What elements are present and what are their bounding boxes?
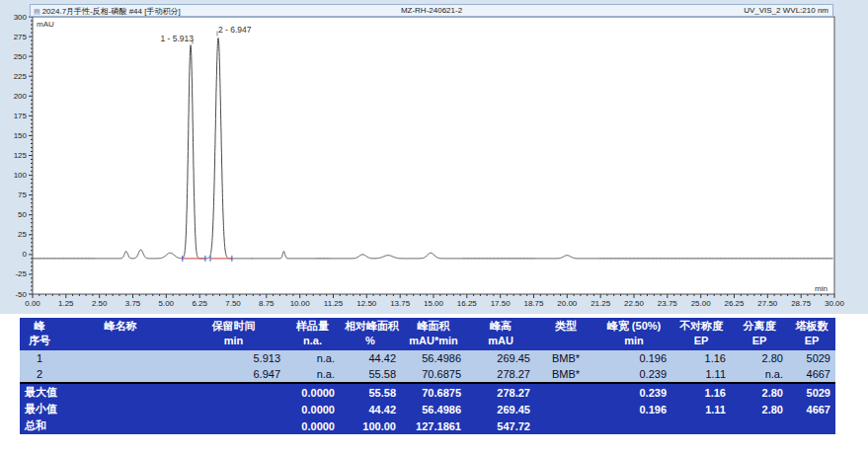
integration-results-section: 峰序号峰名称 保留时间min样品量n.a.相对峰面积%峰面积mAU*min峰高m… xyxy=(20,318,835,434)
table-cell: 0.196 xyxy=(596,350,671,366)
table-cell: 56.4986 xyxy=(401,401,466,417)
table-cell: 269.45 xyxy=(466,350,535,366)
table-cell: 1.11 xyxy=(671,366,731,383)
table-cell xyxy=(788,417,835,434)
detector-channel: UV_VIS_2 WVL:210 nm xyxy=(744,6,829,15)
y-tick-label: -25 xyxy=(15,269,27,278)
chromatogram-header-strip: ▤2024.7月手性-反相-磷酸 #44 [手动积分] MZ-RH-240621… xyxy=(30,4,833,17)
x-tick-label: 8.75 xyxy=(259,299,275,308)
table-cell xyxy=(671,417,731,434)
table-cell xyxy=(182,401,285,417)
table-cell: 269.45 xyxy=(466,401,535,417)
table-cell: BMB* xyxy=(535,366,596,383)
x-tick-label: 25.00 xyxy=(691,299,712,308)
x-tick-label: 30.00 xyxy=(825,299,845,308)
x-tick-label: 6.25 xyxy=(192,299,207,308)
table-cell: n.a. xyxy=(731,366,788,383)
summary-row: 总和0.0000100.00127.1861547.72 xyxy=(20,417,835,434)
table-cell xyxy=(59,350,182,366)
table-cell: 44.42 xyxy=(340,401,401,417)
table-cell: n.a. xyxy=(285,366,340,383)
table-cell xyxy=(535,417,596,434)
table-cell xyxy=(535,383,596,401)
table-cell: 4667 xyxy=(788,401,835,417)
table-cell: 100.00 xyxy=(340,417,401,434)
table-cell: 5029 xyxy=(788,350,835,366)
y-tick-label: 0 xyxy=(23,250,28,259)
column-header: 样品量n.a. xyxy=(285,318,340,350)
y-tick-label: 150 xyxy=(14,131,28,140)
table-cell: 1.16 xyxy=(671,350,731,366)
table-cell: 2 xyxy=(20,366,59,383)
table-cell xyxy=(596,417,671,434)
column-header: 峰名称 xyxy=(59,318,182,350)
x-tick-label: 21.25 xyxy=(591,299,611,308)
column-header: 峰序号 xyxy=(20,318,59,350)
injection-title: 2024.7月手性-反相-磷酸 #44 [手动积分] xyxy=(42,7,181,16)
y-tick-label: 175 xyxy=(14,112,28,120)
table-cell: 1.16 xyxy=(671,383,731,401)
x-tick-label: 15.00 xyxy=(424,299,444,308)
peak-label: 2 - 6.947 xyxy=(218,25,252,35)
table-cell: 70.6875 xyxy=(401,366,466,383)
x-tick-label: 28.75 xyxy=(791,299,812,308)
table-cell: 278.27 xyxy=(466,366,535,383)
summary-label: 最小值 xyxy=(20,401,182,417)
sample-name: MZ-RH-240621-2 xyxy=(401,6,462,15)
x-tick-label: 1.25 xyxy=(58,299,74,308)
y-tick-label: 50 xyxy=(18,210,27,219)
y-tick-label: 275 xyxy=(14,33,28,41)
table-cell: 4667 xyxy=(788,366,835,383)
table-cell: 1 xyxy=(20,350,59,366)
column-header: 相对峰面积% xyxy=(340,318,401,350)
x-tick-label: 11.25 xyxy=(324,299,344,308)
peak-results-table: 峰序号峰名称 保留时间min样品量n.a.相对峰面积%峰面积mAU*min峰高m… xyxy=(20,318,835,434)
column-header: 不对称度EP xyxy=(671,318,731,350)
table-cell: 0.0000 xyxy=(285,383,340,401)
table-cell: 2.80 xyxy=(731,350,788,366)
table-cell: 278.27 xyxy=(466,383,535,401)
x-tick-label: 7.50 xyxy=(225,299,241,308)
column-header: 保留时间min xyxy=(182,318,285,350)
chromatogram-panel: -50-250255075100125150175200225250275300… xyxy=(0,0,868,314)
x-tick-label: 10.00 xyxy=(290,299,311,308)
y-tick-label: 225 xyxy=(14,72,28,81)
table-cell xyxy=(182,383,285,401)
table-cell: 2.80 xyxy=(731,401,788,417)
table-cell: n.a. xyxy=(285,350,340,366)
plot-area[interactable] xyxy=(33,17,834,294)
table-cell: 0.239 xyxy=(596,366,671,383)
column-header: 峰宽 (50%)min xyxy=(596,318,671,350)
table-cell xyxy=(182,417,285,434)
x-tick-label: 22.50 xyxy=(624,299,645,308)
x-tick-label: 13.75 xyxy=(390,299,411,308)
summary-label: 最大值 xyxy=(20,383,182,401)
table-cell: 0.0000 xyxy=(285,417,340,434)
y-tick-label: 25 xyxy=(18,230,27,239)
y-axis-unit: mAU xyxy=(37,20,54,29)
table-cell: 5.913 xyxy=(182,350,285,366)
peak-row[interactable]: 26.947n.a.55.5870.6875278.27BMB*0.2391.1… xyxy=(20,366,835,383)
x-tick-label: 18.75 xyxy=(523,299,544,308)
table-cell: 70.6875 xyxy=(401,383,466,401)
peak-row[interactable]: 15.913n.a.44.4256.4986269.45BMB*0.1961.1… xyxy=(20,350,835,366)
x-tick-label: 26.25 xyxy=(724,299,745,308)
y-tick-label: 100 xyxy=(14,171,28,180)
table-cell: 0.196 xyxy=(596,401,671,417)
x-axis-unit: min xyxy=(815,284,828,293)
report-title-wrap: ▤2024.7月手性-反相-磷酸 #44 [手动积分] xyxy=(34,6,181,17)
table-cell: 1.11 xyxy=(671,401,731,417)
table-cell: 6.947 xyxy=(182,366,285,383)
column-header: 峰面积mAU*min xyxy=(401,318,466,350)
table-cell: 5029 xyxy=(788,383,835,401)
x-tick-label: 2.50 xyxy=(92,299,108,308)
table-header-row: 峰序号峰名称 保留时间min样品量n.a.相对峰面积%峰面积mAU*min峰高m… xyxy=(20,318,835,350)
table-cell xyxy=(731,417,788,434)
table-cell: 55.58 xyxy=(340,383,401,401)
y-tick-label: 200 xyxy=(14,92,28,101)
x-tick-label: 23.75 xyxy=(658,299,678,308)
x-tick-label: 3.75 xyxy=(125,299,141,308)
y-tick-label: 125 xyxy=(14,151,28,160)
x-tick-label: 0.00 xyxy=(25,299,40,308)
table-cell: 0.0000 xyxy=(285,401,340,417)
